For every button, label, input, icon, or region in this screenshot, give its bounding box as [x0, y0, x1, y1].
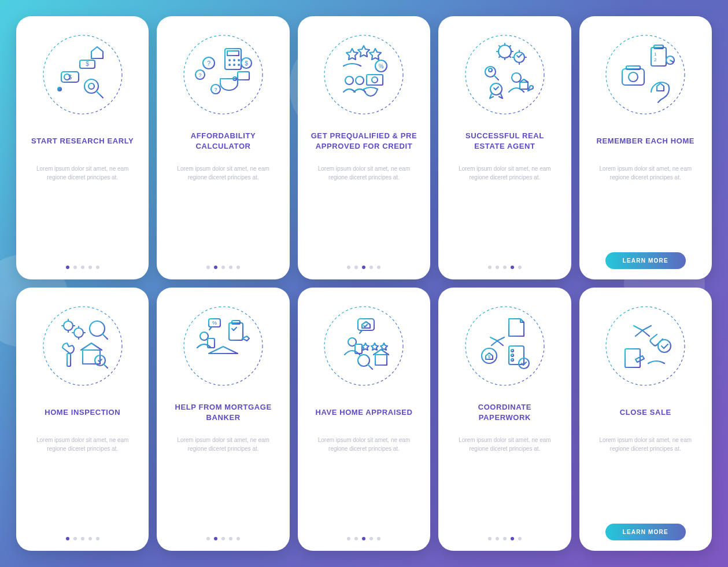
dot[interactable]	[511, 537, 514, 540]
dot[interactable]	[66, 266, 69, 269]
dot[interactable]	[354, 266, 358, 269]
svg-point-106	[511, 359, 513, 361]
dot[interactable]	[503, 266, 507, 269]
dot[interactable]	[347, 266, 350, 269]
learn-more-button[interactable]: LEARN MORE	[605, 252, 686, 269]
card-description: Lorem ipsum dolor sit amet, ne eam regio…	[448, 436, 561, 453]
dot[interactable]	[488, 537, 492, 540]
dot[interactable]	[88, 266, 92, 269]
dot[interactable]	[214, 266, 217, 269]
onboarding-grid: $ $ START RESEARCH EARLY Lorem ipsum dol…	[0, 0, 728, 567]
card-description: Lorem ipsum dolor sit amet, ne eam regio…	[166, 436, 280, 453]
svg-line-93	[368, 365, 372, 369]
svg-point-36	[356, 76, 364, 84]
card-description: Lorem ipsum dolor sit amet, ne eam regio…	[448, 164, 561, 182]
dot[interactable]	[206, 537, 210, 540]
dot[interactable]	[496, 537, 499, 540]
svg-rect-13	[227, 51, 239, 56]
onboarding-card: 1 2 REMEMBER EACH HOME Lorem ipsum dolor…	[579, 16, 712, 279]
dot[interactable]	[511, 266, 514, 269]
dot[interactable]	[347, 537, 350, 540]
svg-rect-56	[622, 69, 644, 85]
agent-icon	[461, 31, 548, 118]
card-title: CLOSE SALE	[616, 397, 675, 428]
onboarding-card: HAVE HOME APPRAISED Lorem ipsum dolor si…	[298, 288, 430, 551]
dot[interactable]	[66, 537, 69, 540]
dot[interactable]	[362, 537, 365, 540]
pagination-dots	[347, 256, 380, 269]
svg-point-41	[489, 68, 492, 72]
onboarding-card: % GET PREQUALIFIED & PRE APPROVED FOR CR…	[298, 16, 430, 279]
svg-text:?: ?	[207, 60, 210, 67]
pagination-dots	[206, 528, 240, 540]
svg-text:?: ?	[199, 72, 202, 78]
learn-more-button[interactable]: LEARN MORE	[605, 524, 686, 540]
dot[interactable]	[369, 537, 373, 540]
dot[interactable]	[354, 537, 358, 540]
dot[interactable]	[206, 266, 210, 269]
close-sale-icon	[602, 303, 689, 389]
dot[interactable]	[81, 537, 84, 540]
dot[interactable]	[229, 266, 232, 269]
svg-text:%: %	[379, 63, 384, 69]
dot[interactable]	[221, 266, 225, 269]
svg-point-10	[58, 87, 61, 91]
svg-rect-94	[375, 355, 387, 365]
svg-text:$: $	[488, 354, 491, 359]
dot[interactable]	[236, 537, 240, 540]
dot[interactable]	[503, 537, 507, 540]
mortgage-banker-icon: %	[180, 303, 267, 389]
svg-rect-67	[67, 354, 71, 366]
dot[interactable]	[229, 537, 232, 540]
paperwork-icon: $	[461, 303, 548, 389]
dot[interactable]	[221, 537, 225, 540]
dot[interactable]	[81, 266, 84, 269]
svg-point-7	[88, 83, 94, 89]
svg-text:?: ?	[215, 87, 217, 93]
dot[interactable]	[518, 537, 522, 540]
svg-rect-45	[520, 82, 528, 89]
svg-line-42	[494, 75, 498, 80]
dot[interactable]	[518, 266, 522, 269]
card-description: Lorem ipsum dolor sit amet, ne eam regio…	[589, 436, 703, 453]
dot[interactable]	[496, 266, 499, 269]
dot[interactable]	[96, 266, 99, 269]
card-title: COORDINATE PAPERWORK	[448, 397, 561, 428]
dot[interactable]	[369, 266, 373, 269]
svg-point-0	[43, 35, 122, 114]
onboarding-card: $ COORDINATE PAPERWORK Lorem ipsum dolor…	[438, 288, 571, 551]
svg-point-44	[512, 73, 521, 82]
dot[interactable]	[488, 266, 492, 269]
dot[interactable]	[96, 537, 99, 540]
remember-home-icon: 1 2	[602, 31, 689, 118]
dot[interactable]	[377, 537, 380, 540]
svg-point-104	[511, 354, 513, 356]
dot[interactable]	[88, 537, 92, 540]
svg-point-15	[233, 59, 235, 61]
onboarding-card: CLOSE SALE Lorem ipsum dolor sit amet, n…	[579, 288, 712, 551]
svg-text:$: $	[86, 61, 89, 67]
svg-text:%: %	[212, 320, 217, 326]
onboarding-card: HOME INSPECTION Lorem ipsum dolor sit am…	[16, 288, 149, 551]
dot[interactable]	[73, 537, 77, 540]
inspection-icon	[39, 303, 126, 389]
pagination-dots	[488, 528, 522, 540]
svg-point-76	[200, 332, 208, 340]
svg-point-61	[74, 328, 83, 337]
svg-text:$: $	[245, 60, 248, 67]
dot[interactable]	[73, 266, 77, 269]
card-title: START RESEARCH EARLY	[28, 126, 137, 156]
pagination-dots	[206, 256, 240, 269]
dot[interactable]	[377, 266, 380, 269]
svg-point-19	[238, 64, 240, 66]
dot[interactable]	[362, 266, 365, 269]
research-icon: $ $	[39, 31, 126, 118]
calculator-icon: $ ? ? ?	[180, 31, 267, 118]
dot[interactable]	[236, 266, 240, 269]
onboarding-card: SUCCESSFUL REAL ESTATE AGENT Lorem ipsum…	[438, 16, 571, 279]
dot[interactable]	[214, 537, 217, 540]
card-title: HOME INSPECTION	[41, 397, 124, 428]
card-title: GET PREQUALIFIED & PRE APPROVED FOR CRED…	[307, 126, 421, 156]
svg-rect-33	[367, 75, 383, 85]
svg-point-109	[606, 307, 685, 385]
